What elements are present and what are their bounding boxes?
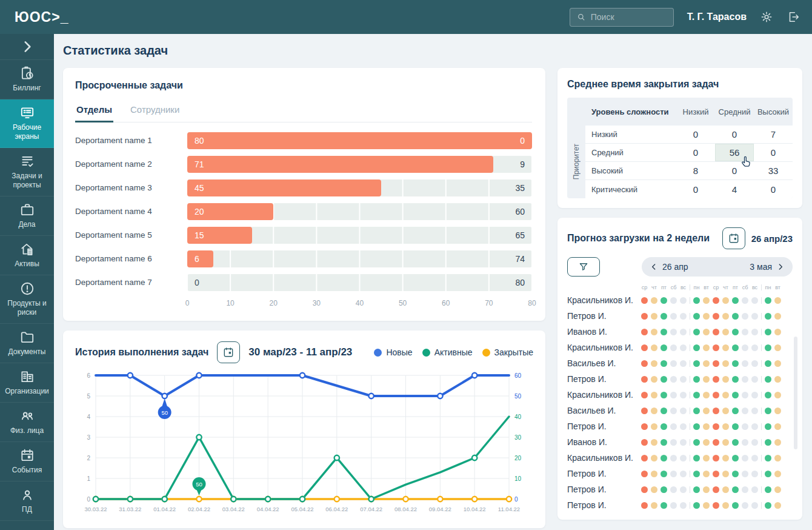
sidebar-item-label: Дела: [18, 220, 35, 229]
employee-name: Петров И.: [567, 469, 641, 478]
load-dot-tan: [722, 455, 729, 461]
svg-text:5: 5: [87, 393, 90, 400]
group-separator: [690, 284, 690, 290]
load-dot-orange: [641, 360, 648, 367]
search-box[interactable]: [570, 8, 674, 27]
avg-cell[interactable]: 0: [676, 180, 715, 198]
calendar-icon: [728, 232, 740, 244]
load-dot-orange: [713, 408, 719, 414]
avg-cell[interactable]: 8: [676, 162, 715, 179]
range-prev-button[interactable]: [649, 262, 659, 272]
tab-employees[interactable]: Сотрудники: [129, 101, 181, 122]
settings-button[interactable]: [760, 10, 773, 24]
day-label: пт: [732, 284, 739, 290]
avg-cell[interactable]: 0: [754, 180, 793, 198]
group-separator: [761, 455, 762, 461]
avg-cell[interactable]: 7: [754, 126, 793, 143]
sidebar-item-7[interactable]: Организации: [0, 363, 54, 403]
tasks-projects-icon: [19, 153, 35, 169]
sidebar-item-9[interactable]: События: [0, 442, 54, 481]
sidebar-item-2[interactable]: Задачи и проекты: [0, 148, 54, 196]
overdue-bar: 719: [187, 156, 532, 173]
chevron-left-icon: [649, 262, 659, 272]
svg-text:30.03.22: 30.03.22: [85, 506, 107, 512]
load-dot-gray: [670, 471, 677, 477]
group-separator: [761, 297, 762, 304]
avg-cell[interactable]: 0: [754, 144, 793, 161]
group-separator: [761, 408, 762, 414]
sidebar-item-6[interactable]: Документы: [0, 324, 54, 363]
history-calendar-button[interactable]: [217, 341, 240, 363]
sidebar-item-label: Рабочие экраны: [4, 123, 51, 141]
load-dot-green: [661, 392, 667, 398]
forecast-scrollbar[interactable]: [794, 337, 797, 449]
avg-cell[interactable]: 0: [676, 126, 715, 143]
load-dot-tan: [651, 329, 657, 335]
sidebar-item-label: Документы: [8, 347, 46, 357]
avg-table-row: Средний0560: [585, 144, 793, 162]
overdue-tabs: Отделы Сотрудники: [75, 101, 532, 122]
load-dot-gray: [742, 486, 748, 493]
load-dot-orange: [713, 313, 719, 320]
sidebar-item-3[interactable]: Дела: [0, 196, 54, 236]
sidebar-expand-button[interactable]: [0, 34, 54, 60]
history-date-range[interactable]: 30 мар/23 - 11 апр/23: [248, 346, 352, 358]
load-dot-green: [661, 439, 667, 446]
load-dot-tan: [774, 297, 781, 304]
load-dot-green: [765, 360, 771, 367]
day-label: вс: [751, 284, 758, 290]
avg-cell[interactable]: 4: [715, 180, 754, 198]
load-dot-tan: [722, 408, 729, 414]
remaining-value: 65: [515, 230, 525, 240]
employee-name: Петров И.: [567, 485, 641, 494]
forecast-calendar-button[interactable]: [722, 227, 745, 249]
load-dot-tan: [651, 313, 657, 320]
avg-cell[interactable]: 0: [715, 126, 754, 143]
filter-button[interactable]: [567, 257, 600, 277]
load-dot-gray: [670, 502, 677, 509]
forecast-card-title: Прогноз загрузки на 2 недели: [567, 233, 722, 244]
avg-table-col-header: Уровень сложности: [585, 107, 676, 116]
sidebar-item-1[interactable]: Рабочие экраны: [0, 99, 54, 148]
forecast-grid: срчтптсбвспнвтсрчтптсбвспнвтКрасильников…: [567, 283, 793, 513]
axis-tick: 20: [270, 299, 278, 307]
range-next-button[interactable]: [776, 262, 785, 272]
load-dot-orange: [641, 344, 648, 351]
overdue-value: 20: [195, 207, 204, 216]
load-dot-gray: [751, 344, 758, 351]
sidebar-item-4[interactable]: Активы: [0, 236, 54, 275]
load-dot-gray: [680, 313, 687, 320]
avg-cell[interactable]: 33: [754, 162, 793, 179]
svg-text:30: 30: [514, 434, 522, 441]
load-dot-tan: [703, 408, 710, 414]
load-dot-tan: [774, 439, 781, 446]
avg-cell[interactable]: 0: [676, 144, 715, 161]
load-dot-orange: [713, 439, 719, 446]
load-dot-tan: [774, 502, 781, 509]
employee-name: Красильников И.: [567, 343, 641, 352]
forecast-row: Петров И.: [567, 497, 793, 513]
load-dot-tan: [703, 297, 710, 304]
sidebar-item-0[interactable]: Биллинг: [0, 60, 54, 99]
logout-button[interactable]: [787, 10, 800, 24]
load-dot-green: [732, 297, 739, 304]
overdue-value: 15: [195, 230, 204, 240]
employee-name: Иванов И.: [567, 327, 641, 337]
search-input[interactable]: [591, 12, 667, 22]
svg-text:03.04.22: 03.04.22: [222, 506, 245, 512]
day-label: пн: [693, 284, 700, 290]
department-label: Deportament name 7: [75, 278, 187, 287]
overdue-card-title: Просроченные задачи: [75, 80, 532, 91]
products-risks-icon: [19, 281, 35, 297]
employee-name: Васильев И.: [567, 358, 641, 368]
chevron-right-icon: [19, 39, 35, 55]
sidebar-item-8[interactable]: Физ. лица: [0, 403, 54, 442]
load-dot-green: [732, 455, 739, 461]
avg-cell[interactable]: 56: [715, 144, 754, 161]
sidebar-item-10[interactable]: ПД: [0, 481, 54, 521]
filter-icon: [578, 261, 589, 272]
tab-departments[interactable]: Отделы: [75, 101, 113, 122]
forecast-row: Красильников И.: [567, 450, 793, 466]
top-bar: ЮОС>_ Т. Г. Тарасов: [0, 0, 812, 34]
sidebar-item-5[interactable]: Продукты и риски: [0, 275, 54, 324]
